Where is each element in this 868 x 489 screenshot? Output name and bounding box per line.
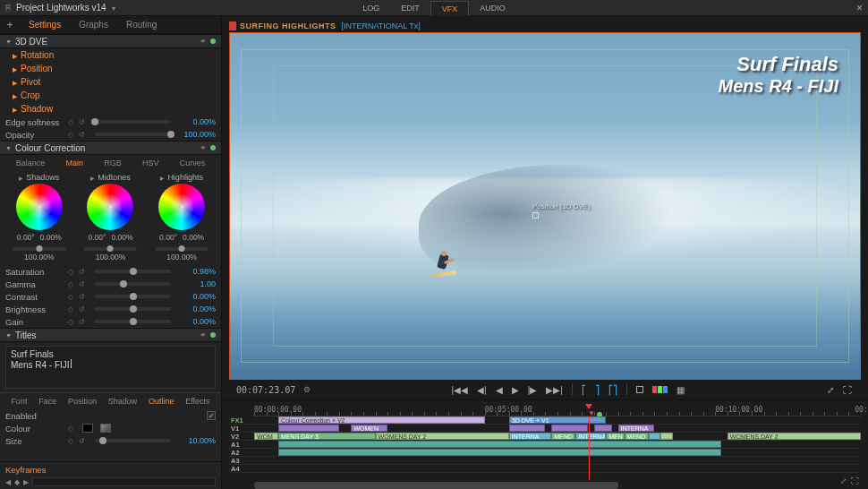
reset-icon[interactable]: ↺	[79, 280, 88, 288]
track-label-v1[interactable]: V1	[229, 425, 254, 433]
track-row[interactable]	[254, 449, 861, 457]
clip[interactable]: INTERNA	[618, 425, 655, 432]
rgb-button[interactable]	[651, 385, 669, 395]
titles-text-input[interactable]: Surf Finals Mens R4 - FIJI	[5, 346, 216, 389]
grid-button[interactable]: ▦	[675, 385, 686, 395]
timecode[interactable]: 00:07:23.07	[236, 385, 295, 395]
settings-scroll[interactable]: ▼3D DVE ⚭ ▶Rotation▶Position▶Pivot▶Crop▶…	[0, 34, 221, 461]
track-label-v2[interactable]: V2	[229, 433, 254, 441]
cc-tab-hsv[interactable]: HSV	[142, 159, 159, 167]
clip[interactable]: INTERNA	[575, 433, 606, 440]
link-icon[interactable]: ⚭	[200, 143, 207, 152]
section-titles[interactable]: ▼Titles ⚭	[0, 328, 221, 342]
clip[interactable]	[278, 449, 721, 456]
title-tab-shadow[interactable]: Shadow	[108, 397, 138, 406]
nav-log[interactable]: LOG	[352, 1, 390, 15]
slider[interactable]	[95, 320, 171, 323]
clip[interactable]: 3D DVE + V1	[509, 416, 606, 424]
clip[interactable]: WOMENS DAY 2	[376, 433, 509, 440]
wheel-slider[interactable]	[155, 247, 208, 251]
step-back-button[interactable]: ◀|	[475, 385, 489, 395]
slider[interactable]	[95, 282, 171, 286]
cc-tab-rgb[interactable]: RGB	[104, 159, 122, 167]
clip[interactable]: MENS DAY 3	[278, 433, 375, 440]
play-button[interactable]: ▶	[510, 385, 521, 395]
nav-edit[interactable]: EDIT	[390, 1, 430, 15]
clip[interactable]: WOM	[254, 433, 278, 440]
title-tab-position[interactable]: Position	[68, 397, 97, 406]
cc-tab-main[interactable]: Main	[65, 159, 83, 167]
clip[interactable]: WOMENS DAY 2	[728, 433, 861, 440]
clip[interactable]	[660, 433, 673, 440]
keyframe-icon[interactable]: ◇	[66, 268, 75, 276]
enable-dot[interactable]	[210, 145, 216, 150]
reset-icon[interactable]: ↺	[79, 131, 88, 139]
wheel-slider[interactable]	[13, 247, 66, 251]
track-label-a1[interactable]: A1	[229, 441, 254, 449]
value[interactable]: 0.00%	[178, 292, 216, 301]
size-value[interactable]: 10.00%	[178, 436, 216, 445]
value[interactable]: 0.00%	[178, 117, 216, 126]
tab-graphs[interactable]: Graphs	[70, 20, 117, 30]
gear-icon[interactable]: ⚙	[303, 385, 311, 394]
viewer-tab[interactable]: SURFING HIGHLIGHTS [INTERNATIONAL Tx]	[229, 21, 861, 30]
track-row[interactable]	[254, 441, 861, 449]
colour-picker-icon[interactable]	[100, 424, 111, 433]
play-back-button[interactable]: ◀	[494, 385, 505, 395]
keyframe-icon[interactable]: ◇	[66, 131, 75, 139]
prev-keyframe-button[interactable]: ◀	[5, 478, 11, 486]
clip[interactable]: MEND	[625, 433, 649, 440]
track-label-a4[interactable]: A4	[229, 465, 254, 473]
overlay-button[interactable]	[634, 385, 645, 395]
fullscreen-timeline-button[interactable]: ⛶	[851, 476, 859, 485]
clip[interactable]	[278, 441, 721, 448]
next-keyframe-button[interactable]: ▶	[23, 478, 29, 486]
nav-audio[interactable]: AUDIO	[469, 1, 516, 15]
clip[interactable]: WOMEN	[351, 425, 387, 432]
reset-icon[interactable]: ↺	[79, 437, 88, 445]
add-keyframe-button[interactable]: ◆	[14, 478, 20, 486]
cc-tab-curves[interactable]: Curves	[180, 159, 206, 167]
clip[interactable]	[278, 425, 339, 432]
clear-marks-button[interactable]: ⎡⎤	[607, 385, 619, 395]
value[interactable]: 100.00%	[178, 130, 216, 139]
dve-node-shadow[interactable]: ▶Shadow	[0, 102, 221, 116]
value[interactable]: 1.00	[178, 279, 216, 288]
expand-button[interactable]: ⤢	[825, 385, 836, 395]
nav-vfx[interactable]: VFX	[430, 1, 470, 16]
value[interactable]: 0.00%	[178, 305, 216, 313]
mark-out-button[interactable]: ⎤	[593, 385, 601, 395]
go-end-button[interactable]: ▶▶|	[544, 385, 565, 395]
wheel-slider[interactable]	[83, 247, 137, 251]
step-fwd-button[interactable]: |▶	[526, 385, 540, 395]
track-label-fx1[interactable]: FX1	[229, 416, 254, 425]
slider[interactable]	[95, 307, 171, 311]
title-tab-effects[interactable]: Effects	[185, 397, 209, 406]
track-row[interactable]	[254, 457, 861, 465]
slider[interactable]	[95, 120, 171, 124]
reset-icon[interactable]: ↺	[79, 318, 88, 326]
clip[interactable]	[594, 425, 612, 432]
slider[interactable]	[95, 295, 171, 298]
keyframe-track[interactable]	[32, 477, 216, 486]
title-tab-outline[interactable]: Outline	[149, 397, 174, 406]
title-tab-face[interactable]: Face	[38, 397, 56, 406]
go-start-button[interactable]: |◀◀	[449, 385, 470, 395]
tab-settings[interactable]: Settings	[20, 20, 70, 30]
clip[interactable]: MEN	[606, 433, 624, 440]
dve-node-rotation[interactable]: ▶Rotation	[0, 48, 221, 62]
position-overlay[interactable]: Position (3D DVE)	[532, 202, 591, 220]
clip[interactable]	[649, 433, 661, 440]
dve-node-pivot[interactable]: ▶Pivot	[0, 75, 221, 89]
track-row[interactable]: WOMENINTERNA	[254, 425, 861, 433]
value[interactable]: 0.98%	[178, 267, 216, 276]
reset-icon[interactable]: ↺	[79, 305, 88, 313]
section-colour-correction[interactable]: ▼Colour Correction ⚭	[0, 141, 221, 155]
playhead[interactable]	[589, 416, 590, 480]
reset-icon[interactable]: ↺	[79, 268, 88, 276]
fullscreen-button[interactable]: ⛶	[841, 385, 854, 395]
video-viewer[interactable]: Position (3D DVE) Surf Finals Mens R4 - …	[229, 32, 861, 380]
colour-swatch[interactable]	[82, 424, 93, 433]
title-overlay[interactable]: Surf Finals Mens R4 - FIJI	[719, 53, 838, 97]
clip[interactable]: INTERNA	[509, 433, 551, 440]
